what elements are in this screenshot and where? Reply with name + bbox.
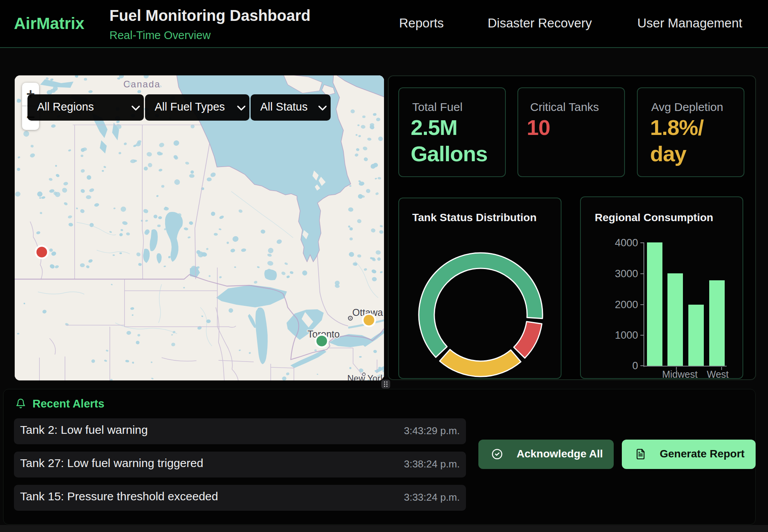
svg-text:New York: New York	[347, 373, 384, 380]
svg-text:Canada: Canada	[123, 79, 160, 89]
